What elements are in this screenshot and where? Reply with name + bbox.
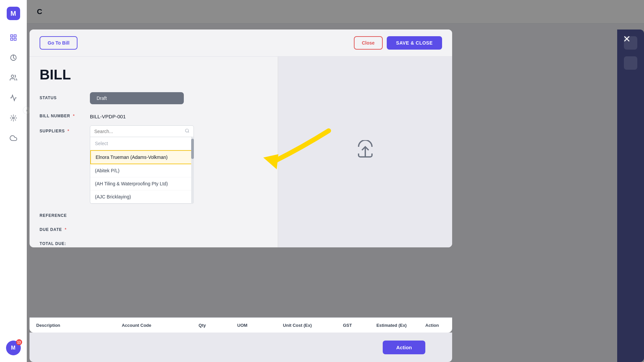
modal-header: Go To Bill Close SAVE & CLOSE [30, 29, 452, 57]
svg-point-7 [185, 129, 189, 132]
scrollbar-track[interactable] [191, 137, 194, 204]
right-panel [278, 57, 452, 247]
bill-number-value: BILL-VPDP-001 [90, 110, 268, 119]
svg-rect-0 [10, 35, 12, 37]
suppliers-label: SUPPLIERS * [40, 125, 83, 133]
suppliers-dropdown-container: Select Elnora Trueman (Adams-Volkman) (A… [90, 125, 268, 204]
col-unit-cost: Unit Cost (Ex) [262, 318, 317, 333]
status-value: Draft [90, 92, 268, 104]
close-modal-button[interactable]: Close [354, 36, 383, 50]
suppliers-dropdown[interactable]: Select Elnora Trueman (Adams-Volkman) (A… [90, 125, 194, 204]
col-uom: UOM [222, 318, 263, 333]
table-header: Description Account Code Qty UOM Unit Co… [30, 317, 452, 333]
required-star-due-date: * [65, 227, 66, 232]
due-date-row: DUE DATE * [40, 224, 268, 232]
dropdown-item-select[interactable]: Select [90, 137, 194, 150]
modal-body: BILL STATUS Draft BILL NUMBER * BILL-VPD… [30, 57, 452, 247]
status-badge: Draft [90, 92, 184, 104]
col-action: Action [412, 318, 452, 333]
dropdown-list: Select Elnora Trueman (Adams-Volkman) (A… [90, 137, 194, 204]
bill-number-row: BILL NUMBER * BILL-VPDP-001 [40, 110, 268, 119]
total-due-label: TOTAL DUE: [40, 238, 83, 246]
reference-label: REFERENCE [40, 210, 83, 218]
dropdown-item-ajc[interactable]: (AJC Bricklaying) [90, 190, 194, 203]
sidebar-item-cloud[interactable] [7, 132, 19, 144]
svg-point-5 [11, 75, 13, 77]
dropdown-item-elnora[interactable]: Elnora Trueman (Adams-Volkman) [90, 150, 194, 164]
action-row: Action [30, 333, 452, 362]
required-star-suppliers: * [67, 129, 69, 133]
suppliers-row: SUPPLIERS * [40, 125, 268, 204]
dropdown-list-container: Select Elnora Trueman (Adams-Volkman) (A… [90, 137, 194, 204]
sidebar-logo[interactable]: M [7, 7, 20, 20]
bill-number-label: BILL NUMBER * [40, 110, 83, 118]
svg-rect-2 [10, 38, 12, 40]
svg-rect-3 [14, 38, 16, 40]
bill-modal: Go To Bill Close SAVE & CLOSE BILL STATU… [30, 29, 452, 247]
scrollbar-thumb[interactable] [191, 139, 194, 159]
sidebar-item-dashboard[interactable] [7, 32, 19, 44]
col-description: Description [30, 318, 116, 333]
required-star: * [73, 114, 74, 118]
supplier-search-input[interactable] [94, 129, 182, 134]
sidebar-item-analytics[interactable] [7, 52, 19, 64]
dropdown-item-ah-tiling[interactable]: (AH Tiling & Waterproofing Pty Ltd) [90, 177, 194, 190]
col-estimated: Estimated (Ex) [357, 318, 412, 333]
upload-icon[interactable] [355, 140, 375, 164]
svg-point-6 [12, 117, 14, 119]
avatar[interactable]: M 13 [6, 341, 21, 355]
go-to-bill-button[interactable]: Go To Bill [40, 36, 77, 50]
action-button[interactable]: Action [383, 341, 425, 354]
reference-row: REFERENCE [40, 210, 268, 218]
total-due-row: TOTAL DUE: [40, 238, 268, 246]
right-action-panel [617, 29, 644, 362]
form-section: BILL STATUS Draft BILL NUMBER * BILL-VPD… [30, 57, 278, 247]
search-icon [185, 128, 190, 134]
status-row: STATUS Draft [40, 92, 268, 104]
col-gst: GST [317, 318, 358, 333]
header-actions: Close SAVE & CLOSE [354, 36, 442, 50]
bill-title: BILL [40, 67, 268, 83]
dropdown-item-abitek[interactable]: (Abitek P/L) [90, 164, 194, 177]
sidebar-item-reports[interactable] [7, 92, 19, 104]
sidebar: M M 13 [0, 0, 27, 362]
notification-badge: 13 [16, 339, 22, 345]
col-qty: Qty [182, 318, 222, 333]
panel-icon-2[interactable] [624, 56, 637, 70]
sidebar-item-settings[interactable] [7, 112, 19, 124]
svg-rect-1 [14, 35, 16, 37]
modal-x-close-button[interactable]: ✕ [623, 34, 631, 45]
sidebar-item-users[interactable] [7, 72, 19, 84]
due-date-label: DUE DATE * [40, 224, 83, 232]
dropdown-search-box [90, 125, 194, 137]
status-label: STATUS [40, 92, 83, 100]
col-account-code: Account Code [116, 318, 182, 333]
save-close-button[interactable]: SAVE & CLOSE [387, 36, 442, 50]
